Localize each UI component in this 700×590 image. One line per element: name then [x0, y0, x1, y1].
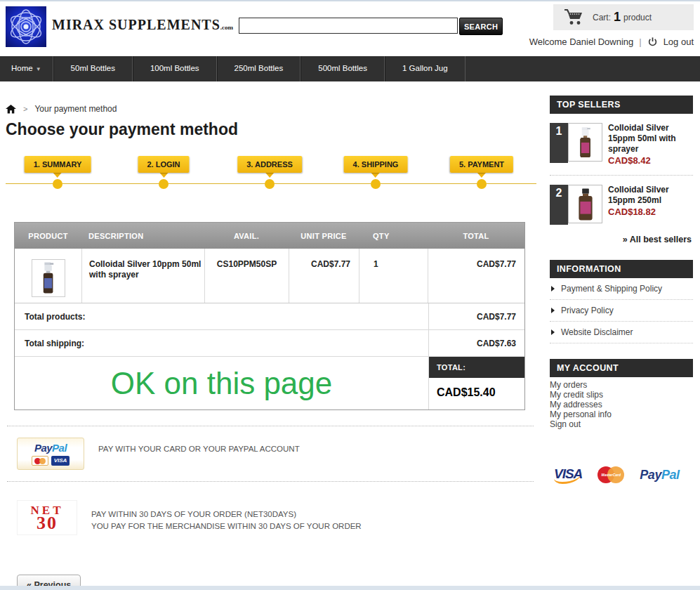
site-logo[interactable] [6, 6, 46, 47]
col-header-qty: QTY [359, 223, 428, 249]
paypal-word-pal: Pal [661, 468, 680, 482]
col-header-unit-price: UNIT PRICE [289, 223, 359, 249]
top-seller-item[interactable]: 2 Colloidal Silver 15ppm 250ml CAD$18.82 [550, 185, 693, 225]
grand-total-label: TOTAL: [429, 357, 524, 378]
top-seller-price: CAD$18.82 [608, 206, 692, 217]
grand-total-value: CAD$15.40 [429, 378, 524, 399]
nav-item-250ml[interactable]: 250ml Bottles [217, 56, 301, 81]
step-login[interactable]: 2. LOGIN [138, 156, 189, 178]
step-address[interactable]: 3. ADDRESS [237, 156, 302, 178]
link-my-personal-info[interactable]: My personal info [550, 409, 693, 419]
top-sellers-block: TOP SELLERS 1 Colloidal Silver 15ppm 50m… [550, 96, 693, 244]
paypal-logo: PayPal VISA [17, 438, 84, 470]
nav-item-50ml[interactable]: 50ml Bottles [53, 56, 133, 81]
total-shipping-value: CAD$7.63 [428, 330, 524, 356]
top-seller-name: Colloidal Silver 15ppm 50ml with sprayer [608, 123, 692, 155]
nav-item-gallon[interactable]: 1 Gallon Jug [385, 56, 465, 81]
divider: | [639, 37, 641, 47]
link-sign-out[interactable]: Sign out [550, 419, 693, 429]
brand-title: MIRAX SUPPLEMENTS.com [52, 17, 233, 33]
step-dot [53, 179, 62, 189]
step-pointer [159, 173, 168, 178]
information-title: INFORMATION [550, 260, 693, 278]
step-dot [477, 179, 487, 189]
product-description[interactable]: Colloidal Silver 10ppm 50ml with sprayer [81, 249, 204, 303]
grand-total-row: OK on this page TOTAL: CAD$15.40 [15, 357, 524, 409]
col-header-total: TOTAL [428, 223, 524, 249]
step-payment[interactable]: 5. PAYMENT [450, 156, 513, 178]
total-products-row: Total products: CAD$7.77 [15, 303, 524, 330]
page-annotation: OK on this page [15, 357, 428, 409]
divider [7, 426, 534, 426]
nav-item-100ml[interactable]: 100ml Bottles [133, 56, 217, 81]
net30-method-text: PAY WITHIN 30 DAYS OF YOUR ORDER (NET30D… [91, 509, 362, 532]
top-sellers-title: TOP SELLERS [550, 96, 693, 114]
paypal-word-pay: Pay [640, 468, 661, 482]
divider [550, 175, 693, 176]
step-shipping[interactable]: 4. SHIPPING [344, 156, 408, 178]
mastercard-icon [32, 456, 48, 466]
accepted-payment-logos: VISA MasterCard PayPal [554, 466, 693, 484]
welcome-text: Welcome Daniel Downing [529, 37, 634, 47]
row-total: CAD$7.77 [428, 249, 524, 303]
unit-price: CAD$7.77 [289, 249, 359, 303]
table-header-row: PRODUCT DESCRIPTION AVAIL. UNIT PRICE QT… [15, 223, 524, 249]
power-icon [647, 37, 658, 47]
breadcrumb: > Your payment method [6, 104, 534, 114]
grand-total-cell: TOTAL: CAD$15.40 [428, 357, 524, 409]
nav-item-home[interactable]: Home▼ [0, 56, 53, 81]
visa-icon: VISA [51, 456, 70, 466]
product-cell [15, 249, 81, 303]
total-products-label: Total products: [15, 303, 428, 329]
logout-link[interactable]: Log out [663, 37, 694, 47]
mastercard-logo: MasterCard [596, 466, 626, 484]
step-pointer [265, 173, 274, 178]
top-seller-name: Colloidal Silver 15ppm 250ml [608, 185, 692, 206]
sidebar: TOP SELLERS 1 Colloidal Silver 15ppm 50m… [550, 96, 693, 590]
net30-line1: PAY WITHIN 30 DAYS OF YOUR ORDER (NET30D… [91, 509, 362, 520]
paypal-word-pay: Pay [34, 442, 52, 454]
step-dot [265, 179, 275, 189]
link-my-credit-slips[interactable]: My credit slips [550, 390, 693, 400]
link-privacy-policy[interactable]: Privacy Policy [550, 300, 693, 322]
link-my-addresses[interactable]: My addresses [550, 400, 693, 409]
step-summary[interactable]: 1. SUMMARY [25, 156, 91, 178]
step-pointer [371, 173, 380, 178]
cart-unit: product [623, 13, 652, 22]
my-account-title: MY ACCOUNT [550, 359, 693, 377]
col-header-product: PRODUCT [15, 223, 81, 249]
my-account-block: MY ACCOUNT My orders My credit slips My … [550, 359, 693, 429]
home-icon[interactable] [6, 105, 16, 114]
search-input[interactable] [239, 18, 458, 34]
product-thumbnail[interactable] [32, 259, 65, 297]
paypal-method-text: PAY WITH YOUR CARD OR YOUR PAYPAL ACCOUN… [98, 443, 300, 455]
nav-item-500ml[interactable]: 500ml Bottles [301, 56, 385, 81]
cart-label: Cart: [593, 13, 611, 22]
top-seller-thumbnail [568, 185, 602, 223]
cart-icon [563, 8, 584, 27]
net30-logo: NET 30 [17, 500, 77, 535]
payment-method-net30[interactable]: NET 30 PAY WITHIN 30 DAYS OF YOUR ORDER … [17, 500, 534, 535]
link-website-disclaimer[interactable]: Website Disclaimer [550, 322, 693, 343]
col-header-description: DESCRIPTION [81, 223, 204, 249]
payment-method-paypal[interactable]: PayPal VISA PAY WITH YOUR CARD OR YOUR P… [17, 438, 534, 470]
main-column: > Your payment method Choose your paymen… [6, 96, 534, 590]
divider [7, 481, 534, 482]
net30-line2: YOU PAY FOR THE MERCHANDISE WITHIN 30 DA… [91, 520, 362, 532]
brand-suffix: .com [220, 24, 233, 31]
table-row: Colloidal Silver 10ppm 50ml with sprayer… [15, 249, 524, 303]
link-payment-shipping-policy[interactable]: Payment & Shipping Policy [550, 278, 693, 300]
link-my-orders[interactable]: My orders [550, 380, 693, 390]
total-shipping-label: Total shipping: [15, 330, 428, 356]
cart-summary[interactable]: Cart: 1 product [553, 4, 694, 30]
all-best-sellers-link[interactable]: » All best sellers [550, 235, 692, 244]
spray-bottle-image [575, 125, 596, 160]
paypal-word-pal: Pal [52, 442, 67, 454]
mastercard-text: MasterCard [596, 473, 626, 477]
top-seller-item[interactable]: 1 Colloidal Silver 15ppm 50ml with spray… [550, 123, 693, 166]
search-button[interactable]: SEARCH [459, 18, 503, 35]
bottle-image [574, 187, 597, 222]
net30-word-30: 30 [37, 516, 58, 531]
main-nav: Home▼ 50ml Bottles 100ml Bottles 250ml B… [0, 56, 700, 81]
triangle-bullet-icon [551, 308, 555, 313]
